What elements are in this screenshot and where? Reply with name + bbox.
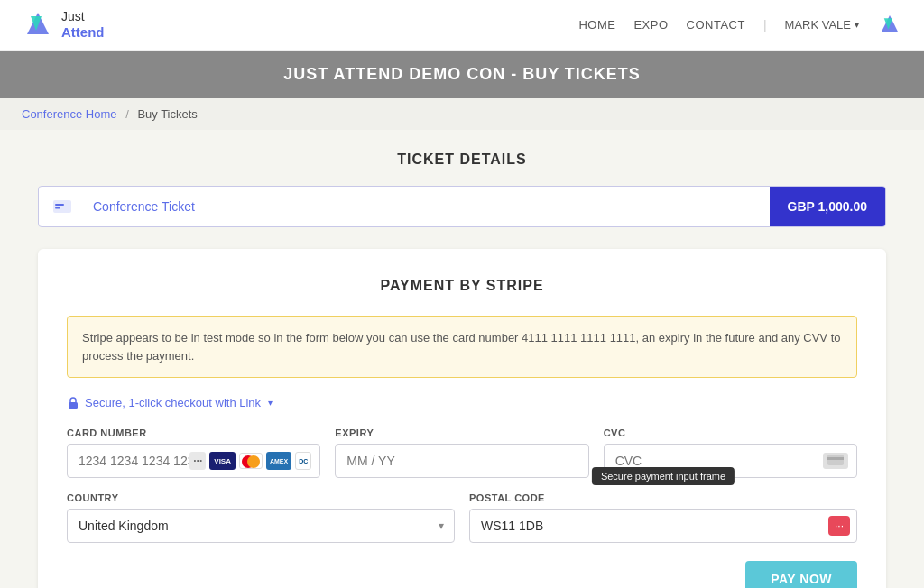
nav-contact[interactable]: CONTACT bbox=[687, 18, 745, 32]
svg-rect-6 bbox=[55, 207, 60, 209]
logo[interactable]: Just Attend bbox=[22, 9, 105, 41]
expiry-input[interactable] bbox=[335, 444, 588, 478]
cvc-input-wrapper bbox=[604, 444, 857, 478]
ticket-name: Conference Ticket bbox=[86, 187, 770, 226]
card-icons: ··· VISA AMEX DC bbox=[189, 452, 311, 470]
secure-checkout-link[interactable]: Secure, 1-click checkout with Link ▾ bbox=[67, 396, 857, 409]
lock-icon bbox=[67, 397, 79, 409]
nav-divider: | bbox=[763, 18, 767, 32]
country-label: COUNTRY bbox=[67, 492, 455, 503]
card-number-group: CARD NUMBER ··· VISA AMEX DC bbox=[67, 427, 320, 478]
svg-rect-7 bbox=[69, 402, 78, 409]
more-cards-icon: ··· bbox=[189, 452, 206, 470]
logo-text: Just Attend bbox=[61, 9, 105, 41]
diners-icon: DC bbox=[295, 452, 311, 470]
chevron-down-icon: ▾ bbox=[855, 20, 859, 30]
breadcrumb: Conference Home / Buy Tickets bbox=[0, 98, 924, 130]
expiry-group: EXPIRY bbox=[335, 427, 588, 478]
pay-now-button[interactable]: PAY NOW bbox=[745, 561, 857, 588]
payment-form-top: CARD NUMBER ··· VISA AMEX DC bbox=[67, 427, 857, 478]
visa-icon: VISA bbox=[209, 452, 236, 470]
svg-rect-4 bbox=[53, 200, 71, 213]
breadcrumb-separator: / bbox=[125, 107, 129, 121]
ticket-icon-area bbox=[39, 188, 86, 225]
dots-icon: ··· bbox=[835, 519, 844, 532]
postal-input-wrapper: ··· bbox=[469, 509, 857, 543]
user-menu[interactable]: MARK VALE ▾ bbox=[785, 18, 859, 32]
secure-chevron-icon: ▾ bbox=[268, 398, 273, 408]
amex-icon: AMEX bbox=[266, 452, 291, 470]
logo-attend: Attend bbox=[61, 24, 105, 41]
card-number-label: CARD NUMBER bbox=[67, 427, 320, 438]
country-group: COUNTRY United Kingdom United States Ire… bbox=[67, 492, 455, 543]
nav-expo[interactable]: EXPO bbox=[633, 18, 668, 32]
country-select-wrapper: United Kingdom United States Ireland Ger… bbox=[67, 509, 455, 543]
postal-code-label: POSTAL CODE bbox=[469, 492, 857, 503]
user-name: MARK VALE bbox=[785, 18, 851, 32]
payment-form-bottom: COUNTRY United Kingdom United States Ire… bbox=[67, 492, 857, 543]
ticket-section-title: TICKET DETAILS bbox=[38, 152, 886, 168]
cvc-label: CVC bbox=[604, 427, 857, 438]
logo-icon bbox=[22, 9, 54, 41]
mastercard-icon bbox=[239, 453, 263, 469]
card-input-wrapper: ··· VISA AMEX DC bbox=[67, 444, 320, 478]
ticket-icon bbox=[53, 200, 71, 213]
breadcrumb-home-link[interactable]: Conference Home bbox=[22, 107, 117, 121]
logo-just: Just bbox=[61, 9, 105, 24]
postal-code-group: POSTAL CODE ··· Secure payment input fra… bbox=[469, 492, 857, 543]
pay-button-row: PAY NOW bbox=[67, 561, 857, 588]
payment-section: PAYMENT BY STRIPE Stripe appears to be i… bbox=[38, 249, 886, 588]
cvc-card-icon bbox=[823, 453, 848, 469]
expiry-label: EXPIRY bbox=[335, 427, 588, 438]
secure-label: Secure, 1-click checkout with Link bbox=[85, 396, 261, 409]
payment-title: PAYMENT BY STRIPE bbox=[67, 278, 857, 294]
stripe-notice: Stripe appears to be in test mode so in … bbox=[67, 316, 857, 378]
page-banner: JUST ATTEND DEMO CON - BUY TICKETS bbox=[0, 51, 924, 98]
main-content: TICKET DETAILS Conference Ticket GBP 1,0… bbox=[20, 130, 904, 588]
postal-code-input[interactable] bbox=[469, 509, 857, 543]
nav-home[interactable]: HOME bbox=[578, 18, 615, 32]
header: Just Attend HOME EXPO CONTACT | MARK VAL… bbox=[0, 0, 924, 51]
country-select[interactable]: United Kingdom United States Ireland Ger… bbox=[67, 509, 455, 543]
main-nav: HOME EXPO CONTACT | MARK VALE ▾ bbox=[578, 13, 902, 38]
svg-rect-5 bbox=[55, 204, 64, 206]
ticket-price: GBP 1,000.00 bbox=[770, 187, 885, 226]
breadcrumb-current: Buy Tickets bbox=[137, 107, 197, 121]
banner-title: JUST ATTEND DEMO CON - BUY TICKETS bbox=[283, 65, 641, 83]
postal-action-button[interactable]: ··· bbox=[828, 516, 850, 536]
ticket-row: Conference Ticket GBP 1,000.00 bbox=[38, 186, 886, 227]
cvc-input[interactable] bbox=[604, 444, 857, 478]
svg-rect-9 bbox=[827, 457, 844, 460]
cvc-group: CVC bbox=[604, 427, 857, 478]
header-logo-right bbox=[877, 13, 902, 38]
